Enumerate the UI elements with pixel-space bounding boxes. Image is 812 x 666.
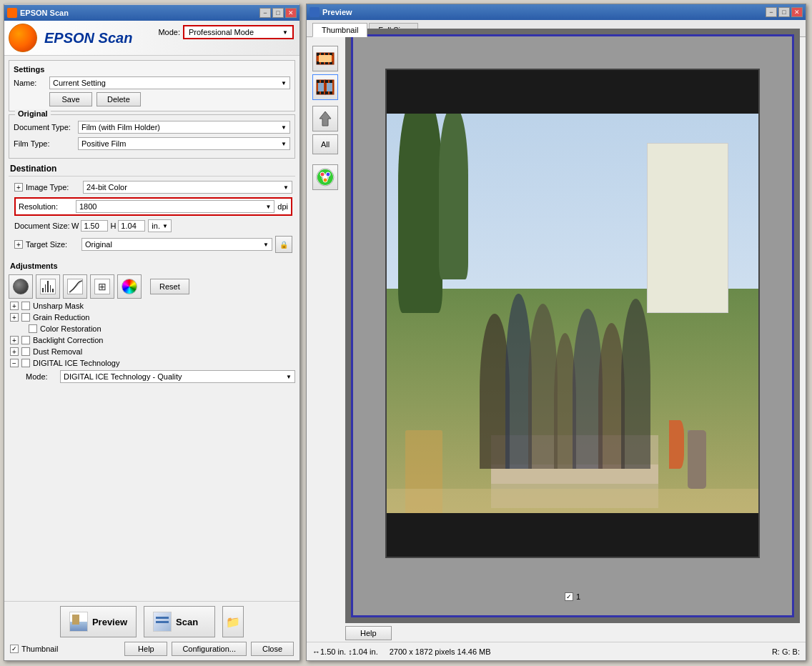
original-section: Original Document Type: Film (with Film … [9,114,295,159]
delete-button[interactable]: Delete [96,92,141,106]
image-type-expand[interactable]: + [14,183,23,192]
grain-reduction-checkbox[interactable] [21,313,30,322]
close-button[interactable]: ✕ [285,8,297,18]
frame-number: 1 [576,592,580,601]
frame-select-checkbox[interactable]: ✓ [565,592,573,601]
destination-label: Destination [9,161,295,177]
unsharp-mask-label: Unsharp Mask [33,302,84,310]
adj-tool-curve[interactable] [63,274,87,299]
settings-title: Settings [14,65,290,74]
status-color: R: G: B: [772,647,800,656]
settings-name-label: Name: [14,79,49,87]
thumbnail-checkbox[interactable]: ✓ [10,645,19,653]
unsharp-mask-checkbox[interactable] [21,302,30,310]
dust-removal-checkbox[interactable] [21,347,30,356]
resolution-unit: dpi [277,202,288,211]
preview-inner-border: ✓ 1 [351,34,794,617]
svg-rect-10 [319,55,332,62]
digital-ice-collapse[interactable]: − [10,359,19,367]
preview-window-title: Preview [322,8,352,16]
target-size-dropdown[interactable]: Original ▼ [81,238,272,251]
resolution-dropdown[interactable]: 1800 ▼ [76,200,274,213]
svg-rect-21 [318,83,324,91]
grain-reduction-expand[interactable]: + [10,313,19,322]
preview-maximize-button[interactable]: □ [778,7,790,17]
doc-size-h-input[interactable] [118,220,145,232]
destination-section: Destination + Image Type: 24-bit Color ▼… [9,161,295,257]
svg-point-27 [320,172,325,177]
digital-ice-row: − DIGITAL ICE Technology [9,359,295,367]
document-type-label: Document Type: [14,123,78,131]
h-label: H [110,222,116,230]
tab-thumbnail[interactable]: Thumbnail [312,23,367,37]
svg-rect-16 [330,80,332,83]
thumbnail-row: ✓ Thumbnail [10,645,58,653]
epson-window-title: EPSON Scan [20,9,69,17]
toolbar-color-adjust[interactable] [312,164,338,190]
epson-header: EPSON Scan Mode: Professional Mode ▼ [4,21,299,56]
epson-titlebar: EPSON Scan − □ ✕ [4,5,299,21]
target-size-expand[interactable]: + [14,240,23,249]
settings-name-dropdown[interactable]: Current Setting ▼ [49,76,290,89]
maximize-button[interactable]: □ [272,8,284,18]
backlight-correction-checkbox[interactable] [21,336,30,344]
adj-tool-levels[interactable]: ⊞ [90,274,114,299]
mode-label: Mode: [158,28,180,36]
digital-ice-mode-row: Mode: DIGITAL ICE Technology - Quality ▼ [26,370,295,383]
digital-ice-mode-label: Mode: [26,372,54,381]
target-size-label: Target Size: [26,240,81,249]
adj-tool-histogram[interactable] [36,274,60,299]
adjustments-title: Adjustments [9,260,295,272]
grain-reduction-row: + Grain Reduction [9,313,295,322]
adjustments-section: Adjustments [9,260,295,383]
digital-ice-label: DIGITAL ICE Technology [33,359,119,367]
configuration-button[interactable]: Configuration... [172,642,247,656]
backlight-correction-expand[interactable]: + [10,336,19,344]
preview-close-button[interactable]: ✕ [791,7,803,17]
toolbar-film-scan-1[interactable] [312,46,338,71]
svg-rect-18 [321,91,324,94]
resolution-row: Resolution: 1800 ▼ dpi [14,197,292,216]
adj-tool-colorwheel[interactable] [117,274,142,299]
image-type-dropdown[interactable]: 24-bit Color ▼ [83,181,292,194]
unsharp-mask-expand[interactable]: + [10,302,19,310]
digital-ice-checkbox[interactable] [21,359,30,367]
svg-line-0 [69,281,82,294]
preview-help-button[interactable]: Help [345,626,392,640]
lock-button[interactable]: 🔒 [275,236,292,253]
doc-size-w-input[interactable] [81,220,108,232]
help-button-main[interactable]: Help [124,642,167,656]
digital-ice-mode-dropdown[interactable]: DIGITAL ICE Technology - Quality ▼ [60,370,295,383]
save-button[interactable]: Save [49,92,92,106]
preview-titlebar: Preview − □ ✕ [307,4,806,20]
backlight-correction-row: + Backlight Correction [9,336,295,344]
mode-dropdown[interactable]: Professional Mode ▼ [183,25,294,39]
original-title: Original [15,109,51,118]
backlight-correction-label: Backlight Correction [33,336,103,344]
doc-size-unit-dropdown[interactable]: in. ▼ [148,219,172,232]
scan-button[interactable]: Scan [144,606,215,637]
svg-rect-22 [327,83,332,91]
toolbar-film-scan-2[interactable] [312,74,338,100]
all-button[interactable]: All [312,134,338,154]
adj-tool-sphere[interactable] [9,274,33,299]
preview-button[interactable]: Preview [60,606,137,637]
svg-point-29 [323,178,327,182]
minimize-button[interactable]: − [259,8,271,18]
status-pixels: 2700 x 1872 pixels 14.46 MB [390,647,491,656]
toolbar-navigate[interactable] [312,106,338,131]
document-type-dropdown[interactable]: Film (with Film Holder) ▼ [78,121,290,134]
film-type-dropdown[interactable]: Positive Film ▼ [78,137,290,150]
color-restoration-checkbox[interactable] [29,324,37,333]
svg-rect-15 [325,80,328,83]
close-button-main[interactable]: Close [251,642,294,656]
resolution-label: Resolution: [19,202,76,211]
dust-removal-expand[interactable]: + [10,347,19,356]
scan-button-icon [153,612,172,632]
reset-button[interactable]: Reset [150,279,189,294]
dust-removal-label: Dust Removal [33,347,82,356]
color-restoration-label: Color Restoration [40,324,102,333]
config-icon-button[interactable]: 📁 [222,606,244,637]
photo-frame[interactable] [385,69,760,558]
preview-minimize-button[interactable]: − [766,7,777,17]
